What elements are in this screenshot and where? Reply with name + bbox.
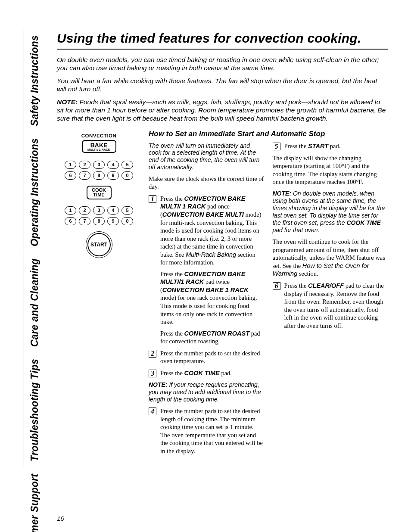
key-0: 0 (121, 171, 133, 180)
tab-trouble: Troubleshooting Tips (24, 353, 45, 467)
note-preheat: NOTE: If your recipe requires preheating… (149, 381, 264, 403)
step-3-body: Press the COOK TIME pad. (160, 369, 232, 377)
step-2-body: Press the number pads to set the desired… (160, 349, 264, 365)
intro-block: On double oven models, you can use timed… (57, 56, 388, 123)
step-4: 4 Press the number pads to set the desir… (149, 407, 264, 455)
key-3b: 3 (93, 206, 105, 215)
intro-p2: You will hear a fan while cooking with t… (57, 77, 388, 93)
key-4b: 4 (107, 206, 119, 215)
key-7b: 7 (79, 217, 90, 225)
step-5-body: Press the START pad. (284, 142, 341, 150)
intro-note: NOTE: Foods that spoil easily—such as mi… (57, 98, 388, 123)
bake-sub-label: MULTI / 1 RACK (83, 148, 115, 151)
key-6b: 6 (65, 217, 76, 225)
key-8b: 8 (93, 217, 105, 225)
bake-button-graphic: BAKE MULTI / 1 RACK (82, 140, 116, 153)
main-content: Using the timed features for convection … (57, 31, 388, 459)
col-left: The oven will turn on immediately and co… (149, 142, 264, 459)
step-3: 3 Press the COOK TIME pad. (149, 369, 264, 377)
tab-consumer: Consumer Support (24, 468, 45, 532)
keypad-row-4: 6 7 8 9 0 (57, 217, 141, 225)
key-3: 3 (93, 161, 105, 169)
cook-label: COOK (87, 188, 111, 193)
side-tabs: Safety Instructions Operating Instructio… (24, 29, 45, 512)
key-7: 7 (79, 171, 90, 180)
lead-text: The oven will turn on immediately and co… (149, 142, 264, 171)
keypad-row-2: 6 7 8 9 0 (57, 171, 141, 180)
step-6-num: 6 (273, 282, 280, 290)
clock-text: Make sure the clock shows the correct ti… (149, 175, 264, 191)
start-button-graphic: START (87, 233, 111, 256)
col-right: 5 Press the START pad. The display will … (273, 142, 388, 459)
page-number: 16 (57, 515, 64, 522)
key-9: 9 (107, 171, 119, 180)
note-label: NOTE: (57, 98, 78, 106)
control-illustration: CONVECTION BAKE MULTI / 1 RACK 1 2 3 4 5… (57, 130, 141, 459)
step-3-num: 3 (149, 370, 156, 377)
step-6-body: Press the CLEAR/OFF pad to clear the dis… (284, 282, 388, 330)
key-0b: 0 (121, 217, 133, 225)
step-4-num: 4 (149, 408, 156, 415)
after-step5: The display will show the changing tempe… (273, 154, 388, 186)
step-5: 5 Press the START pad. (273, 142, 388, 150)
key-1: 1 (65, 161, 76, 169)
time-label: TIME (87, 193, 111, 197)
tab-operating: Operating Instructions (24, 132, 45, 252)
keypad-row-3: 1 2 3 4 5 (57, 206, 141, 215)
key-4: 4 (107, 161, 119, 169)
after-note2: The oven will continue to cook for the p… (273, 238, 388, 278)
intro-p1: On double oven models, you can use timed… (57, 56, 388, 72)
keypad-row-1: 1 2 3 4 5 (57, 161, 141, 169)
bake-label: BAKE (83, 142, 115, 148)
convection-label: CONVECTION (57, 133, 141, 138)
step-1: 1 Press the CONVECTION BAKE MULTI/ 1 RAC… (149, 195, 264, 345)
key-9b: 9 (107, 217, 119, 225)
step-2: 2 Press the number pads to set the desir… (149, 349, 264, 365)
step-6: 6 Press the CLEAR/OFF pad to clear the d… (273, 282, 388, 330)
step-1-num: 1 (149, 195, 156, 203)
step-5-num: 5 (273, 143, 280, 150)
key-2b: 2 (79, 206, 90, 215)
step-2-num: 2 (149, 350, 156, 358)
note-text: Foods that spoil easily—such as milk, eg… (57, 98, 386, 122)
key-1b: 1 (65, 206, 76, 215)
howto-section: How to Set an Immediate Start and Automa… (149, 130, 388, 459)
tab-safety: Safety Instructions (24, 29, 45, 132)
key-5: 5 (121, 161, 133, 169)
key-8: 8 (93, 171, 105, 180)
key-5b: 5 (121, 206, 133, 215)
cook-time-button-graphic: COOK TIME (87, 186, 112, 199)
step-1-body: Press the CONVECTION BAKE MULTI/ 1 RACK … (160, 195, 264, 345)
note-double-oven: NOTE: On double oven models, when using … (273, 190, 388, 234)
page-title: Using the timed features for convection … (57, 31, 388, 50)
howto-heading: How to Set an Immediate Start and Automa… (149, 130, 388, 138)
key-2: 2 (79, 161, 90, 169)
key-6: 6 (65, 171, 76, 180)
tab-care: Care and Cleaning (24, 252, 45, 353)
step-4-body: Press the number pads to set the desired… (160, 407, 264, 455)
